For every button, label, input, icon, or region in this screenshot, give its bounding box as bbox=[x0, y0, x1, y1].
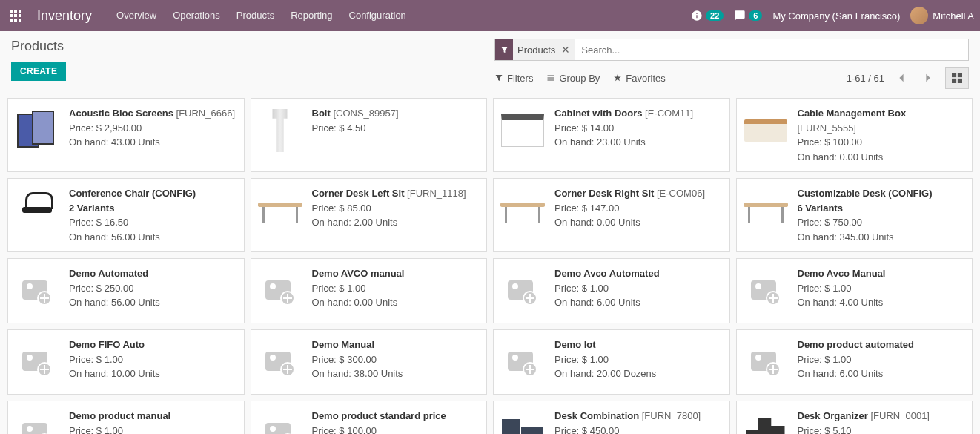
product-name: Desk Organizer bbox=[798, 410, 868, 421]
search-input[interactable] bbox=[575, 45, 968, 56]
product-card[interactable]: Bolt [CONS_89957]Price: $ 4.50 bbox=[251, 98, 488, 172]
product-price: Price: $ 1.00 bbox=[554, 281, 722, 296]
product-card[interactable]: Cable Management Box [FURN_5555]Price: $… bbox=[736, 98, 973, 172]
pager-prev-icon[interactable] bbox=[892, 68, 911, 88]
svg-point-32 bbox=[512, 355, 518, 361]
product-onhand: On hand: 4.00 Units bbox=[798, 295, 965, 310]
user-avatar-icon bbox=[910, 7, 928, 24]
filters-dropdown[interactable]: Filters bbox=[494, 73, 533, 84]
product-name: Acoustic Bloc Screens bbox=[69, 108, 173, 119]
product-thumb bbox=[13, 106, 62, 155]
svg-rect-11 bbox=[952, 79, 956, 83]
product-card[interactable]: Demo AVCO manualPrice: $ 1.00On hand: 0.… bbox=[251, 258, 488, 323]
product-card[interactable]: Demo AutomatedPrice: $ 250.00On hand: 56… bbox=[7, 258, 245, 323]
product-thumb bbox=[256, 186, 305, 235]
pager-next-icon[interactable] bbox=[918, 68, 938, 88]
product-card[interactable]: Customizable Desk (CONFIG)6 VariantsPric… bbox=[736, 178, 973, 252]
product-card[interactable]: Demo product standard pricePrice: $ 100.… bbox=[251, 401, 488, 434]
product-card[interactable]: Demo lotPrice: $ 1.00On hand: 20.00 Doze… bbox=[493, 329, 730, 395]
product-price: Price: $ 1.00 bbox=[69, 424, 236, 435]
pager-text[interactable]: 1-61 / 61 bbox=[847, 73, 884, 84]
svg-rect-0 bbox=[10, 10, 13, 13]
product-card[interactable]: Desk Organizer [FURN_0001]Price: $ 5.10O… bbox=[736, 401, 973, 434]
groupby-dropdown[interactable]: Group By bbox=[546, 73, 600, 84]
product-card[interactable]: Conference Chair (CONFIG)2 VariantsPrice… bbox=[7, 178, 245, 252]
svg-point-23 bbox=[755, 283, 761, 289]
svg-rect-7 bbox=[14, 19, 17, 22]
product-thumb bbox=[13, 266, 62, 315]
product-card[interactable]: Demo product manualPrice: $ 1.00On hand:… bbox=[7, 401, 245, 434]
product-card[interactable]: Cabinet with Doors [E-COM11]Price: $ 14.… bbox=[493, 98, 730, 172]
search-facet-products: Products ✕ bbox=[495, 39, 575, 60]
product-name: Conference Chair (CONFIG) bbox=[69, 188, 196, 199]
product-onhand: On hand: 0.00 Units bbox=[798, 150, 965, 165]
product-code: [FURN_5555] bbox=[798, 122, 856, 134]
product-name: Demo Manual bbox=[312, 339, 375, 350]
view-kanban-button[interactable] bbox=[945, 67, 969, 89]
product-card[interactable]: Demo Avco AutomatedPrice: $ 1.00On hand:… bbox=[493, 258, 730, 323]
product-price: Price: $ 5.10 bbox=[798, 424, 965, 435]
product-variants: 6 Variants bbox=[798, 201, 965, 216]
product-card[interactable]: Corner Desk Left Sit [FURN_1118]Price: $… bbox=[251, 178, 488, 252]
product-name: Corner Desk Right Sit bbox=[554, 188, 654, 199]
user-name: Mitchell A bbox=[933, 10, 974, 22]
header-right: 22 6 My Company (San Francisco) Mitchell… bbox=[691, 7, 980, 24]
product-card[interactable]: Corner Desk Right Sit [E-COM06]Price: $ … bbox=[493, 178, 730, 252]
nav-item-configuration[interactable]: Configuration bbox=[341, 0, 414, 31]
product-price: Price: $ 14.00 bbox=[554, 121, 722, 136]
create-button[interactable]: CREATE bbox=[11, 62, 66, 81]
product-name: Customizable Desk (CONFIG) bbox=[798, 188, 933, 199]
product-name: Bolt bbox=[312, 108, 331, 119]
filter-icon bbox=[495, 39, 513, 60]
product-thumb bbox=[13, 186, 62, 235]
product-price: Price: $ 100.00 bbox=[798, 135, 965, 150]
product-name: Demo Avco Manual bbox=[798, 268, 886, 279]
nav-item-operations[interactable]: Operations bbox=[165, 0, 228, 31]
product-onhand: On hand: 6.00 Units bbox=[798, 366, 965, 381]
product-code: [FURN_6666] bbox=[176, 108, 235, 119]
product-onhand: On hand: 0.00 Units bbox=[554, 215, 722, 230]
product-price: Price: $ 450.00 bbox=[554, 424, 722, 435]
svg-rect-37 bbox=[22, 423, 47, 434]
svg-rect-9 bbox=[952, 73, 956, 77]
product-thumb bbox=[498, 106, 547, 155]
activity-indicator[interactable]: 22 bbox=[691, 10, 724, 22]
product-code: [FURN_1118] bbox=[407, 188, 466, 199]
svg-point-20 bbox=[512, 283, 518, 289]
nav-item-products[interactable]: Products bbox=[228, 0, 282, 31]
product-thumb bbox=[256, 266, 305, 315]
app-title[interactable]: Inventory bbox=[31, 8, 108, 24]
svg-rect-4 bbox=[14, 14, 17, 17]
nav-item-reporting[interactable]: Reporting bbox=[282, 0, 340, 31]
svg-rect-10 bbox=[958, 73, 962, 77]
product-card[interactable]: Demo FIFO AutoPrice: $ 1.00On hand: 10.0… bbox=[7, 329, 245, 395]
page-title: Products bbox=[11, 39, 494, 54]
product-code: [FURN_7800] bbox=[642, 410, 701, 421]
product-thumb bbox=[741, 106, 790, 155]
apps-menu-icon[interactable] bbox=[0, 0, 31, 31]
nav-item-overview[interactable]: Overview bbox=[108, 0, 165, 31]
product-thumb bbox=[741, 186, 790, 235]
product-onhand: On hand: 6.00 Units bbox=[554, 295, 722, 310]
product-thumb bbox=[741, 266, 790, 315]
product-card[interactable]: Acoustic Bloc Screens [FURN_6666]Price: … bbox=[7, 98, 245, 172]
company-selector[interactable]: My Company (San Francisco) bbox=[772, 10, 900, 22]
chat-indicator[interactable]: 6 bbox=[734, 10, 762, 22]
product-onhand: On hand: 0.00 Units bbox=[312, 295, 480, 310]
product-thumb bbox=[498, 409, 547, 434]
user-menu[interactable]: Mitchell A bbox=[910, 7, 974, 24]
svg-point-29 bbox=[270, 355, 276, 361]
product-name: Demo product standard price bbox=[312, 410, 446, 421]
product-card[interactable]: Desk Combination [FURN_7800]Price: $ 450… bbox=[493, 401, 730, 434]
search-bar[interactable]: Products ✕ bbox=[494, 39, 969, 61]
control-panel: Products CREATE Products ✕ Filters bbox=[0, 31, 980, 89]
product-name: Demo product automated bbox=[798, 339, 914, 350]
facet-remove-icon[interactable]: ✕ bbox=[560, 44, 575, 56]
product-name: Demo product manual bbox=[69, 410, 170, 421]
product-card[interactable]: Demo Avco ManualPrice: $ 1.00On hand: 4.… bbox=[736, 258, 973, 323]
chat-count: 6 bbox=[749, 10, 762, 21]
product-card[interactable]: Demo product automatedPrice: $ 1.00On ha… bbox=[736, 329, 973, 395]
product-price: Price: $ 1.00 bbox=[312, 281, 480, 296]
product-card[interactable]: Demo ManualPrice: $ 300.00On hand: 38.00… bbox=[251, 329, 488, 395]
favorites-dropdown[interactable]: Favorites bbox=[613, 73, 665, 84]
